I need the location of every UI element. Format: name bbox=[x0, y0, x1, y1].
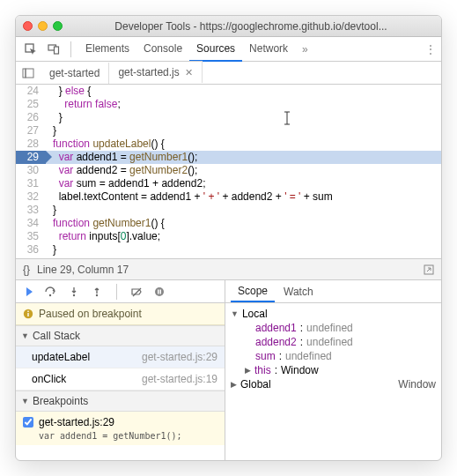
code-line[interactable]: 36} bbox=[16, 243, 441, 257]
scope-global[interactable]: ▶ Global Window bbox=[231, 377, 436, 391]
stack-location: get-started.js:19 bbox=[142, 373, 217, 385]
kebab-menu-icon[interactable]: ⋮ bbox=[425, 43, 436, 56]
scope-var[interactable]: sum: undefined bbox=[231, 349, 436, 363]
line-number[interactable]: 34 bbox=[16, 217, 46, 230]
pause-on-exceptions-icon[interactable] bbox=[152, 286, 166, 297]
line-number[interactable]: 35 bbox=[16, 230, 46, 243]
svg-point-9 bbox=[155, 287, 164, 296]
close-tab-icon[interactable]: ✕ bbox=[185, 67, 193, 78]
line-number[interactable]: 32 bbox=[16, 190, 46, 204]
code-text: return inputs[0].value; bbox=[46, 230, 160, 243]
code-text: label.textContent = addend1 + ' + ' + ad… bbox=[46, 190, 333, 204]
maximize-icon[interactable] bbox=[53, 21, 63, 31]
scope-var[interactable]: addend2: undefined bbox=[231, 335, 436, 349]
scope-right: Window bbox=[398, 378, 436, 390]
expand-icon[interactable] bbox=[424, 264, 434, 275]
stack-frame[interactable]: updateLabel get-started.js:29 bbox=[16, 346, 225, 368]
text-cursor-icon bbox=[283, 111, 291, 125]
scope-var[interactable]: ▶ this: Window bbox=[231, 363, 436, 377]
line-number[interactable]: 33 bbox=[16, 204, 46, 217]
resume-icon[interactable] bbox=[21, 286, 35, 297]
code-editor[interactable]: 24 } else {25 return false;26 }27}28func… bbox=[16, 85, 441, 258]
code-line[interactable]: 35 return inputs[0].value; bbox=[16, 230, 441, 243]
code-line[interactable]: 29 var addend1 = getNumber1(); bbox=[16, 151, 441, 164]
line-number[interactable]: 24 bbox=[16, 85, 46, 98]
line-number[interactable]: 25 bbox=[16, 98, 46, 111]
step-over-icon[interactable] bbox=[44, 286, 58, 297]
device-toggle-icon[interactable] bbox=[44, 40, 63, 59]
collapse-icon: ▼ bbox=[21, 397, 29, 405]
pretty-print-icon[interactable]: {} bbox=[23, 264, 30, 276]
panel-tabs: Elements Console Sources Network bbox=[78, 37, 295, 62]
code-line[interactable]: 27} bbox=[16, 124, 441, 138]
line-number[interactable]: 36 bbox=[16, 243, 46, 257]
scope-label: Local bbox=[242, 308, 268, 320]
close-icon[interactable] bbox=[23, 21, 33, 31]
stack-fn: onClick bbox=[32, 373, 66, 385]
line-number[interactable]: 31 bbox=[16, 177, 46, 190]
line-number[interactable]: 30 bbox=[16, 164, 46, 177]
code-line[interactable]: 24 } else { bbox=[16, 85, 441, 98]
code-line[interactable]: 33} bbox=[16, 204, 441, 217]
show-navigator-icon[interactable] bbox=[16, 68, 41, 78]
stack-frame[interactable]: onClick get-started.js:19 bbox=[16, 368, 225, 390]
breakpoint-checkbox[interactable] bbox=[23, 417, 33, 428]
step-into-icon[interactable] bbox=[67, 286, 81, 297]
inspect-icon[interactable] bbox=[21, 40, 41, 59]
var-value: undefined bbox=[306, 336, 353, 348]
tab-console[interactable]: Console bbox=[136, 37, 189, 62]
scope-label: Global bbox=[240, 378, 271, 390]
call-stack-header[interactable]: ▼ Call Stack bbox=[16, 325, 225, 346]
minimize-icon[interactable] bbox=[38, 21, 48, 31]
collapse-icon: ▼ bbox=[21, 331, 29, 340]
tab-network[interactable]: Network bbox=[242, 37, 295, 62]
var-value: Window bbox=[281, 364, 319, 376]
more-tabs-icon[interactable]: » bbox=[302, 43, 308, 56]
code-line[interactable]: 30 var addend2 = getNumber2(); bbox=[16, 164, 441, 177]
code-line[interactable]: 32 label.textContent = addend1 + ' + ' +… bbox=[16, 190, 441, 204]
call-stack-label: Call Stack bbox=[33, 330, 80, 342]
debugger-pane: Paused on breakpoint ▼ Call Stack update… bbox=[16, 279, 441, 460]
file-tab-get-started-js[interactable]: get-started.js ✕ bbox=[109, 61, 202, 83]
tab-elements[interactable]: Elements bbox=[78, 37, 136, 62]
breakpoint-item[interactable]: get-started.js:29 var addend1 = getNumbe… bbox=[16, 412, 225, 445]
tab-watch[interactable]: Watch bbox=[276, 282, 321, 301]
code-line[interactable]: 31 var sum = addend1 + addend2; bbox=[16, 177, 441, 190]
tab-sources[interactable]: Sources bbox=[189, 37, 242, 62]
code-text: function updateLabel() { bbox=[46, 138, 165, 151]
line-number[interactable]: 26 bbox=[16, 111, 46, 124]
file-tab-get-started[interactable]: get-started bbox=[41, 63, 109, 84]
file-tab-label: get-started bbox=[49, 67, 100, 79]
debug-controls bbox=[16, 280, 225, 303]
paused-label: Paused on breakpoint bbox=[39, 308, 142, 320]
breakpoints-header[interactable]: ▼ Breakpoints bbox=[16, 390, 225, 412]
code-text: } bbox=[46, 243, 56, 257]
line-number[interactable]: 28 bbox=[16, 138, 46, 151]
code-line[interactable]: 28function updateLabel() { bbox=[16, 138, 441, 151]
code-text: var sum = addend1 + addend2; bbox=[46, 177, 205, 190]
expand-icon: ▶ bbox=[245, 366, 251, 375]
code-line[interactable]: 25 return false; bbox=[16, 98, 441, 111]
tab-scope[interactable]: Scope bbox=[231, 281, 275, 302]
cursor-location: Line 29, Column 17 bbox=[37, 264, 129, 276]
svg-rect-2 bbox=[55, 47, 59, 54]
deactivate-breakpoints-icon[interactable] bbox=[129, 286, 144, 297]
svg-point-6 bbox=[49, 294, 51, 295]
scope-var[interactable]: addend1: undefined bbox=[231, 321, 436, 335]
code-line[interactable]: 26 } bbox=[16, 111, 441, 124]
code-line[interactable]: 34function getNumber1() { bbox=[16, 217, 441, 230]
breakpoints-label: Breakpoints bbox=[33, 395, 88, 407]
line-number[interactable]: 27 bbox=[16, 124, 46, 138]
code-text: } bbox=[46, 204, 56, 217]
step-out-icon[interactable] bbox=[90, 286, 104, 297]
svg-rect-14 bbox=[27, 311, 28, 313]
scope-local[interactable]: ▼ Local bbox=[231, 307, 436, 321]
svg-point-8 bbox=[96, 294, 98, 295]
collapse-icon: ▼ bbox=[231, 309, 239, 318]
svg-rect-10 bbox=[158, 289, 159, 294]
var-name: addend2 bbox=[255, 336, 297, 348]
status-bar: {} Line 29, Column 17 bbox=[16, 258, 441, 279]
line-number[interactable]: 29 bbox=[16, 151, 46, 164]
expand-icon: ▶ bbox=[231, 380, 237, 389]
svg-rect-4 bbox=[26, 69, 33, 78]
